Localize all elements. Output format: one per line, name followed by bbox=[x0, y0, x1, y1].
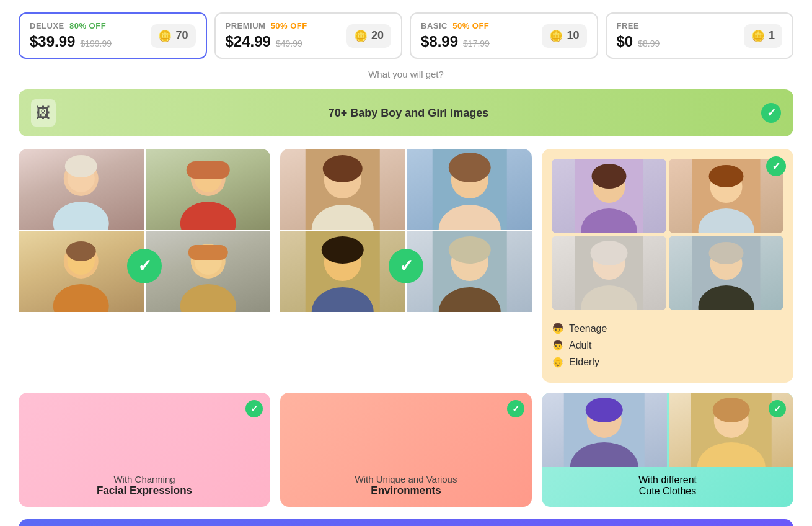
adult-photo-4 bbox=[407, 231, 532, 312]
svg-point-13 bbox=[180, 284, 236, 312]
plan-price-original: $49.99 bbox=[276, 38, 302, 48]
svg-point-51 bbox=[586, 398, 623, 422]
svg-point-11 bbox=[66, 241, 96, 261]
svg-point-5 bbox=[180, 202, 236, 230]
clothes-photo-1 bbox=[542, 393, 667, 467]
environments-check-icon: ✓ bbox=[507, 400, 524, 417]
content-grid: ✓ bbox=[19, 149, 793, 383]
children-photo-card: ✓ bbox=[19, 149, 270, 383]
clothes-photo-grid bbox=[542, 393, 793, 467]
svg-point-47 bbox=[709, 242, 744, 264]
clothes-label: With different Cute Clothes bbox=[542, 467, 793, 507]
plan-price-original: $199.99 bbox=[80, 38, 112, 48]
plan-tier-label: BASIC bbox=[421, 21, 448, 30]
coin-count: 1 bbox=[769, 29, 775, 42]
child-photo-3 bbox=[19, 231, 144, 312]
plan-tier-label: FREE bbox=[617, 21, 640, 30]
plan-tier-label: DELUXE bbox=[30, 21, 64, 30]
environments-label: With Unique and Various Environments bbox=[280, 466, 532, 507]
clothes-line2: Cute Clothes bbox=[552, 486, 783, 497]
adults-photo-card: ✓ bbox=[280, 149, 532, 383]
svg-point-39 bbox=[709, 165, 744, 187]
coin-count: 10 bbox=[567, 29, 579, 42]
cute-clothes-card: ✓ With different bbox=[542, 393, 793, 507]
age-label-elderly: 👴 Elderly bbox=[552, 356, 783, 368]
plan-price-current: $39.99 bbox=[30, 33, 75, 50]
plan-discount: 50% off bbox=[452, 21, 489, 30]
adult-photo-3 bbox=[280, 231, 405, 312]
feature-banner: 🖼 70+ Baby Boy and Girl images ✓ bbox=[19, 89, 793, 136]
adult-label: Adult bbox=[569, 340, 591, 351]
bottom-feature-grid: ✓ With Charming Facial Expressions ✓ Wit… bbox=[19, 393, 793, 507]
adults-check-icon: ✓ bbox=[389, 249, 423, 283]
age-label-teenage: 👦 Teenage bbox=[552, 323, 783, 334]
elderly-emoji: 👴 bbox=[552, 356, 564, 368]
coin-count: 20 bbox=[371, 29, 384, 42]
coin-icon: 🪙 bbox=[751, 29, 765, 43]
age-photo-elderly-woman bbox=[552, 236, 666, 310]
plan-free[interactable]: FREE $0 $8.99 🪙 1 bbox=[606, 12, 794, 59]
svg-rect-15 bbox=[188, 245, 227, 260]
environments-line1: With Unique and Various bbox=[290, 474, 522, 484]
children-check-icon: ✓ bbox=[127, 249, 162, 283]
svg-rect-7 bbox=[186, 161, 229, 179]
child-photo-1 bbox=[19, 149, 144, 230]
adults-collage bbox=[280, 149, 532, 312]
svg-point-23 bbox=[448, 153, 490, 182]
coin-icon: 🪙 bbox=[549, 29, 563, 43]
banner-check-icon: ✓ bbox=[761, 103, 781, 123]
svg-point-19 bbox=[323, 155, 363, 182]
environments-card: ✓ With Unique and Various Environments bbox=[280, 393, 532, 507]
svg-point-9 bbox=[53, 284, 109, 312]
subtitle-text: What you will get? bbox=[19, 69, 793, 79]
environments-line2: Environments bbox=[290, 484, 522, 497]
coin-icon: 🪙 bbox=[354, 29, 368, 43]
plan-price-current: $0 bbox=[617, 33, 633, 50]
facial-line2: Facial Expressions bbox=[29, 484, 260, 497]
clothes-line1: With different bbox=[552, 475, 783, 486]
coin-icon: 🪙 bbox=[158, 29, 172, 43]
teenage-emoji: 👦 bbox=[552, 323, 564, 334]
pricing-row: DELUXE 80% off $39.99 $199.99 🪙 70 PREMI… bbox=[19, 12, 793, 59]
elderly-label: Elderly bbox=[569, 357, 599, 368]
age-check-icon: ✓ bbox=[766, 156, 786, 176]
facial-line1: With Charming bbox=[29, 474, 260, 484]
plan-price-original: $8.99 bbox=[638, 38, 660, 48]
teenage-label: Teenage bbox=[569, 323, 607, 334]
svg-point-27 bbox=[322, 236, 364, 264]
banner-text: 70+ Baby Boy and Girl images bbox=[329, 107, 489, 120]
svg-point-3 bbox=[65, 155, 97, 177]
plan-basic[interactable]: BASIC 50% off $8.99 $17.99 🪙 10 bbox=[410, 12, 598, 59]
plan-deluxe[interactable]: DELUXE 80% off $39.99 $199.99 🪙 70 bbox=[19, 12, 207, 59]
adult-emoji: 👨 bbox=[552, 339, 564, 351]
coin-count: 70 bbox=[175, 29, 188, 42]
plan-discount: 80% off bbox=[69, 21, 106, 30]
plan-price-current: $8.99 bbox=[421, 33, 458, 50]
adult-photo-2 bbox=[407, 149, 532, 230]
svg-point-31 bbox=[448, 236, 490, 264]
child-photo-2 bbox=[146, 149, 271, 230]
age-photo-elderly-man bbox=[669, 236, 783, 310]
svg-point-43 bbox=[591, 241, 628, 265]
clothes-check-icon: ✓ bbox=[769, 400, 786, 417]
age-group-card: ✓ bbox=[542, 149, 793, 383]
age-label-adult: 👨 Adult bbox=[552, 339, 783, 351]
plan-tier-label: PREMIUM bbox=[226, 21, 266, 30]
plan-premium[interactable]: PREMIUM 50% off $24.99 $49.99 🪙 20 bbox=[214, 12, 403, 59]
generate-baby-button[interactable]: Generate Baby bbox=[19, 519, 793, 526]
child-photo-4 bbox=[146, 231, 271, 312]
svg-point-55 bbox=[712, 398, 749, 422]
facial-label: With Charming Facial Expressions bbox=[19, 466, 270, 507]
children-collage bbox=[19, 149, 270, 312]
svg-point-1 bbox=[53, 202, 109, 230]
image-icon: 🖼 bbox=[31, 99, 56, 127]
adult-photo-1 bbox=[280, 149, 405, 230]
svg-point-35 bbox=[592, 164, 627, 189]
plan-price-original: $17.99 bbox=[463, 38, 490, 48]
age-photo-grid bbox=[552, 159, 783, 310]
facial-expressions-card: ✓ With Charming Facial Expressions bbox=[19, 393, 270, 507]
plan-discount: 50% off bbox=[271, 21, 307, 30]
age-photo-teen-girl bbox=[552, 159, 666, 233]
age-labels: 👦 Teenage 👨 Adult 👴 Elderly bbox=[552, 318, 783, 373]
plan-price-current: $24.99 bbox=[226, 33, 271, 50]
